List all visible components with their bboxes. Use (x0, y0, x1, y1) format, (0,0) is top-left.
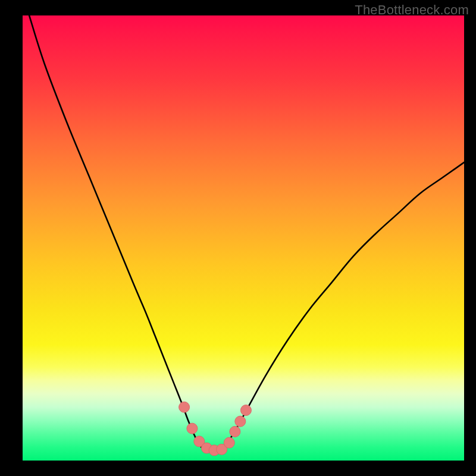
valley-marker (230, 426, 240, 437)
valley-marker (224, 437, 234, 448)
valley-marker (235, 416, 246, 427)
valley-marker (179, 402, 190, 412)
valley-marker (187, 423, 198, 434)
valley-markers (179, 402, 252, 456)
curve-path (29, 15, 464, 452)
chart-frame: TheBottleneck.com (0, 0, 476, 476)
chart-overlay-svg (23, 15, 464, 461)
watermark-text: TheBottleneck.com (355, 2, 469, 18)
bottleneck-curve (29, 15, 464, 452)
valley-marker (240, 405, 251, 415)
